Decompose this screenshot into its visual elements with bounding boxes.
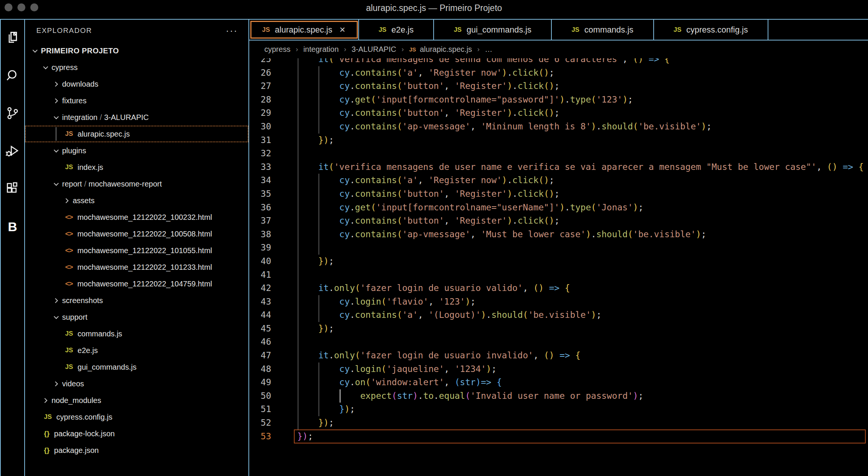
code-line-33: 33 it('verifica mensagens de user name e… (249, 160, 868, 174)
line-number: 46 (249, 335, 297, 349)
indent-guide (318, 106, 319, 120)
tab-e2e-js[interactable]: JSe2e.js (359, 20, 434, 40)
line-number: 25 (249, 58, 297, 66)
line-content: }); (297, 134, 868, 147)
tree-item-support[interactable]: support (25, 309, 248, 325)
workbench: B EXPLORADOR ··· PRIMEIRO PROJETOcypress… (0, 19, 868, 476)
code-editor[interactable]: 25 it('verifica mensagens de senha com m… (249, 58, 868, 476)
indent-guide (298, 58, 298, 66)
explorer-more-actions-icon[interactable]: ··· (226, 29, 238, 33)
indent-guide (298, 241, 298, 255)
tree-item-package-lock-json[interactable]: {}package-lock.json (25, 425, 248, 442)
b-extension-icon[interactable]: B (5, 219, 20, 234)
line-content: cy.get('input[formcontrolname="password"… (297, 93, 868, 107)
code-line-52: 52 }); (249, 416, 868, 430)
breadcrumb-item[interactable]: … (485, 45, 492, 54)
indent-guide (298, 174, 298, 187)
indent-guide (298, 228, 298, 241)
editor-area: JSalurapic.spec.js×JSe2e.jsJSgui_command… (249, 20, 868, 476)
tree-item-label: node_modules (52, 396, 101, 405)
indent-guide (318, 403, 319, 416)
html-file-icon: <> (65, 230, 73, 238)
tree-item-label: assets (73, 196, 95, 205)
line-content: cy.contains('ap-vmessage', 'Must be lowe… (297, 228, 868, 241)
tree-item-report[interactable]: report/mochawesome-report (25, 176, 248, 192)
tree-item-mochawesome-12122022-101055-html[interactable]: <>mochawesome_12122022_101055.html (25, 242, 248, 259)
indent-guide (298, 403, 298, 416)
code-line-39: 39 (249, 241, 868, 255)
breadcrumb-item[interactable]: 3-ALURAPIC (351, 45, 396, 54)
explorer-icon[interactable] (5, 30, 20, 45)
tree-item-e2e-js[interactable]: JSe2e.js (25, 342, 248, 359)
chevron-right-icon (52, 380, 62, 388)
breadcrumb-item[interactable]: cypress (264, 45, 290, 54)
tree-item-label-secondary: 3-ALURAPIC (104, 113, 149, 122)
tree-item-primeiro-projeto[interactable]: PRIMEIRO PROJETO (25, 42, 248, 59)
tree-item-mochawesome-12122022-104759-html[interactable]: <>mochawesome_12122022_104759.html (25, 275, 248, 292)
tree-item-fixtures[interactable]: fixtures (25, 92, 248, 109)
indent-guide (298, 120, 298, 134)
tree-item-videos[interactable]: videos (25, 375, 248, 392)
current-line-border (294, 429, 866, 444)
tree-item-index-js[interactable]: JSindex.js (25, 159, 248, 176)
tree-item-mochawesome-12122022-100232-html[interactable]: <>mochawesome_12122022_100232.html (25, 209, 248, 226)
indent-guide (298, 106, 298, 120)
run-debug-icon[interactable] (5, 144, 20, 158)
tree-item-node-modules[interactable]: node_modules (25, 392, 248, 409)
code-line-46: 46 (249, 335, 868, 349)
code-line-38: 38 cy.contains('ap-vmessage', 'Must be l… (249, 228, 868, 241)
tab-commands-js[interactable]: JScommands.js (552, 20, 654, 40)
source-control-icon[interactable] (5, 106, 20, 120)
tree-item-integration[interactable]: integration/3-ALURAPIC (25, 109, 248, 126)
breadcrumb-label: … (485, 45, 492, 54)
tab-gui-commands-js[interactable]: JSgui_commands.js (434, 20, 552, 40)
line-content: }); (297, 403, 868, 416)
indent-guide (298, 416, 298, 430)
line-number: 28 (249, 93, 297, 107)
line-number: 50 (249, 389, 297, 403)
extensions-icon[interactable] (5, 182, 20, 196)
breadcrumb-item[interactable]: integration (303, 45, 339, 54)
indent-guide (298, 214, 298, 228)
indent-guide (298, 187, 298, 201)
tree-item-package-json[interactable]: {}package.json (25, 442, 248, 459)
tree-item-alurapic-spec-js[interactable]: JSalurapic.spec.js (25, 126, 248, 142)
search-icon[interactable] (5, 68, 20, 82)
tree-item-cypress[interactable]: cypress (25, 59, 248, 76)
breadcrumb-item[interactable]: JSalurapic.spec.js (409, 45, 472, 54)
tab-label: cypress.config.js (686, 25, 748, 35)
tree-item-mochawesome-12122022-100508-html[interactable]: <>mochawesome_12122022_100508.html (25, 226, 248, 242)
line-number: 44 (249, 308, 297, 322)
indent-guide (298, 93, 298, 107)
line-number: 48 (249, 362, 297, 376)
code-line-48: 48 cy.login('jaqueline', '1234'); (249, 362, 868, 376)
tree-item-downloads[interactable]: downloads (25, 76, 248, 92)
indent-guide (298, 79, 298, 93)
indent-guide (298, 147, 298, 160)
tree-item-mochawesome-12122022-101233-html[interactable]: <>mochawesome_12122022_101233.html (25, 259, 248, 275)
breadcrumb-separator-icon: › (344, 45, 346, 53)
tree-item-label: cypress (52, 63, 78, 72)
tree-item-cypress-config-js[interactable]: JScypress.config.js (25, 409, 248, 425)
code-line-27: 27 cy.contains('button', 'Register').cli… (249, 79, 868, 93)
tree-item-label: report (62, 180, 82, 188)
tree-item-screenshots[interactable]: screenshots (25, 292, 248, 309)
tree-item-assets[interactable]: assets (25, 192, 248, 209)
tree-item-gui-commands-js[interactable]: JSgui_commands.js (25, 359, 248, 375)
tab-cypress-config-js[interactable]: JScypress.config.js (654, 20, 768, 40)
line-number: 29 (249, 106, 297, 120)
line-number: 32 (249, 147, 297, 160)
html-file-icon: <> (65, 213, 73, 221)
line-content (297, 147, 868, 160)
indent-guide (318, 174, 319, 187)
tree-item-commands-js[interactable]: JScommands.js (25, 325, 248, 342)
tree-item-label: gui_commands.js (78, 363, 137, 372)
tree-item-label: PRIMEIRO PROJETO (41, 47, 119, 55)
chevron-right-icon (52, 80, 62, 88)
tree-item-plugins[interactable]: plugins (25, 142, 248, 159)
code-lines: 25 it('verifica mensagens de senha com m… (249, 58, 868, 443)
explorer-title: EXPLORADOR (36, 26, 92, 35)
close-tab-icon[interactable]: × (339, 24, 345, 36)
tab-alurapic-spec-js[interactable]: JSalurapic.spec.js× (249, 20, 359, 40)
js-file-icon: JS (65, 347, 73, 354)
